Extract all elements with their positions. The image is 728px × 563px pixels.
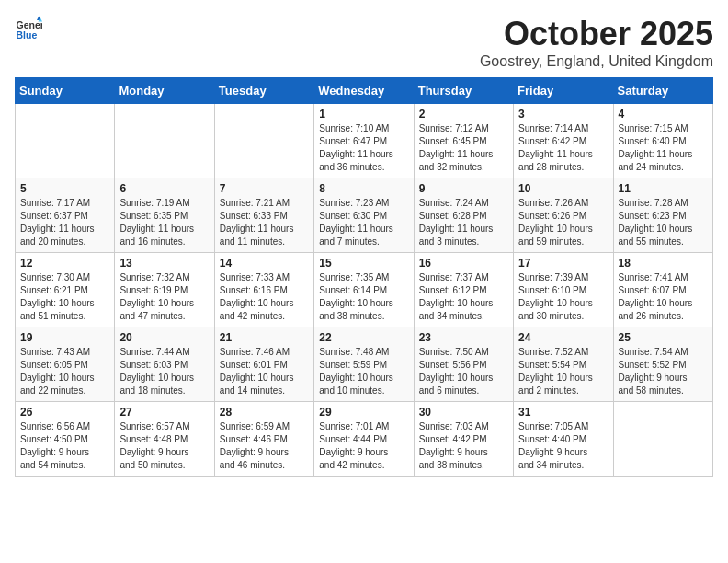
month-title: October 2025 — [480, 15, 713, 53]
day-header-saturday: Saturday — [613, 78, 712, 104]
day-number: 7 — [220, 182, 309, 195]
calendar-cell: 23Sunrise: 7:50 AM Sunset: 5:56 PM Dayli… — [414, 327, 513, 402]
calendar-cell: 19Sunrise: 7:43 AM Sunset: 6:05 PM Dayli… — [16, 327, 115, 402]
day-header-tuesday: Tuesday — [214, 78, 313, 104]
calendar-cell: 30Sunrise: 7:03 AM Sunset: 4:42 PM Dayli… — [414, 402, 513, 477]
day-number: 16 — [419, 257, 508, 270]
calendar-cell — [214, 104, 313, 178]
day-header-friday: Friday — [514, 78, 613, 104]
day-number: 6 — [119, 182, 209, 195]
day-info: Sunrise: 7:37 AM Sunset: 6:12 PM Dayligh… — [419, 271, 508, 323]
day-number: 14 — [220, 257, 309, 270]
location-title: Goostrey, England, United Kingdom — [480, 53, 713, 70]
day-info: Sunrise: 7:46 AM Sunset: 6:01 PM Dayligh… — [220, 346, 309, 397]
calendar-cell: 17Sunrise: 7:39 AM Sunset: 6:10 PM Dayli… — [514, 253, 613, 327]
day-info: Sunrise: 7:17 AM Sunset: 6:37 PM Dayligh… — [20, 197, 109, 248]
day-info: Sunrise: 7:48 AM Sunset: 5:59 PM Dayligh… — [319, 346, 408, 397]
calendar-cell: 5Sunrise: 7:17 AM Sunset: 6:37 PM Daylig… — [16, 178, 115, 253]
day-info: Sunrise: 7:43 AM Sunset: 6:05 PM Dayligh… — [20, 346, 109, 397]
day-info: Sunrise: 7:39 AM Sunset: 6:10 PM Dayligh… — [518, 271, 608, 323]
day-info: Sunrise: 6:57 AM Sunset: 4:48 PM Dayligh… — [119, 420, 209, 472]
day-info: Sunrise: 6:59 AM Sunset: 4:46 PM Dayligh… — [220, 420, 309, 472]
calendar-cell: 28Sunrise: 6:59 AM Sunset: 4:46 PM Dayli… — [214, 402, 313, 477]
day-info: Sunrise: 7:52 AM Sunset: 5:54 PM Dayligh… — [518, 346, 608, 397]
day-number: 22 — [319, 331, 408, 344]
week-row-2: 5Sunrise: 7:17 AM Sunset: 6:37 PM Daylig… — [16, 178, 713, 253]
calendar-cell: 10Sunrise: 7:26 AM Sunset: 6:26 PM Dayli… — [514, 178, 613, 253]
day-number: 31 — [518, 406, 608, 419]
day-number: 4 — [619, 108, 708, 121]
calendar-cell: 26Sunrise: 6:56 AM Sunset: 4:50 PM Dayli… — [16, 402, 115, 477]
calendar-cell: 24Sunrise: 7:52 AM Sunset: 5:54 PM Dayli… — [514, 327, 613, 402]
calendar-cell: 27Sunrise: 6:57 AM Sunset: 4:48 PM Dayli… — [115, 402, 214, 477]
day-info: Sunrise: 7:28 AM Sunset: 6:23 PM Dayligh… — [619, 197, 708, 248]
week-row-3: 12Sunrise: 7:30 AM Sunset: 6:21 PM Dayli… — [16, 253, 713, 327]
week-row-4: 19Sunrise: 7:43 AM Sunset: 6:05 PM Dayli… — [16, 327, 713, 402]
calendar-cell: 29Sunrise: 7:01 AM Sunset: 4:44 PM Dayli… — [314, 402, 414, 477]
day-number: 2 — [419, 108, 508, 121]
calendar-cell: 1Sunrise: 7:10 AM Sunset: 6:47 PM Daylig… — [314, 104, 414, 178]
day-info: Sunrise: 7:14 AM Sunset: 6:42 PM Dayligh… — [518, 122, 608, 174]
day-number: 18 — [619, 257, 708, 270]
day-number: 25 — [619, 331, 708, 344]
day-info: Sunrise: 6:56 AM Sunset: 4:50 PM Dayligh… — [20, 420, 109, 472]
day-number: 5 — [20, 182, 109, 195]
calendar-cell: 25Sunrise: 7:54 AM Sunset: 5:52 PM Dayli… — [613, 327, 712, 402]
day-header-sunday: Sunday — [16, 78, 115, 104]
calendar-cell: 12Sunrise: 7:30 AM Sunset: 6:21 PM Dayli… — [16, 253, 115, 327]
days-header-row: SundayMondayTuesdayWednesdayThursdayFrid… — [16, 78, 713, 104]
title-area: October 2025 Goostrey, England, United K… — [480, 15, 713, 70]
calendar-table: SundayMondayTuesdayWednesdayThursdayFrid… — [15, 77, 713, 477]
day-number: 3 — [518, 108, 608, 121]
day-header-monday: Monday — [115, 78, 214, 104]
day-info: Sunrise: 7:15 AM Sunset: 6:40 PM Dayligh… — [619, 122, 708, 174]
day-number: 24 — [518, 331, 608, 344]
calendar-cell: 6Sunrise: 7:19 AM Sunset: 6:35 PM Daylig… — [115, 178, 214, 253]
week-row-1: 1Sunrise: 7:10 AM Sunset: 6:47 PM Daylig… — [16, 104, 713, 178]
calendar-cell — [613, 402, 712, 477]
week-row-5: 26Sunrise: 6:56 AM Sunset: 4:50 PM Dayli… — [16, 402, 713, 477]
day-number: 23 — [419, 331, 508, 344]
calendar-cell: 16Sunrise: 7:37 AM Sunset: 6:12 PM Dayli… — [414, 253, 513, 327]
day-number: 8 — [319, 182, 408, 195]
day-number: 28 — [220, 406, 309, 419]
calendar-cell: 7Sunrise: 7:21 AM Sunset: 6:33 PM Daylig… — [214, 178, 313, 253]
calendar-cell: 18Sunrise: 7:41 AM Sunset: 6:07 PM Dayli… — [613, 253, 712, 327]
calendar-cell: 9Sunrise: 7:24 AM Sunset: 6:28 PM Daylig… — [414, 178, 513, 253]
day-number: 29 — [319, 406, 408, 419]
day-info: Sunrise: 7:24 AM Sunset: 6:28 PM Dayligh… — [419, 197, 508, 248]
day-number: 13 — [119, 257, 209, 270]
day-info: Sunrise: 7:54 AM Sunset: 5:52 PM Dayligh… — [619, 346, 708, 397]
day-info: Sunrise: 7:30 AM Sunset: 6:21 PM Dayligh… — [20, 271, 109, 323]
calendar-cell: 13Sunrise: 7:32 AM Sunset: 6:19 PM Dayli… — [115, 253, 214, 327]
calendar-cell: 22Sunrise: 7:48 AM Sunset: 5:59 PM Dayli… — [314, 327, 414, 402]
calendar-cell: 21Sunrise: 7:46 AM Sunset: 6:01 PM Dayli… — [214, 327, 313, 402]
day-number: 15 — [319, 257, 408, 270]
calendar-cell: 31Sunrise: 7:05 AM Sunset: 4:40 PM Dayli… — [514, 402, 613, 477]
day-number: 9 — [419, 182, 508, 195]
day-info: Sunrise: 7:33 AM Sunset: 6:16 PM Dayligh… — [220, 271, 309, 323]
day-number: 19 — [20, 331, 109, 344]
day-header-thursday: Thursday — [414, 78, 513, 104]
logo-icon: General Blue — [15, 15, 42, 42]
page-header: General Blue October 2025 Goostrey, Engl… — [15, 15, 713, 70]
day-number: 27 — [119, 406, 209, 419]
calendar-cell: 11Sunrise: 7:28 AM Sunset: 6:23 PM Dayli… — [613, 178, 712, 253]
day-info: Sunrise: 7:44 AM Sunset: 6:03 PM Dayligh… — [119, 346, 209, 397]
day-info: Sunrise: 7:03 AM Sunset: 4:42 PM Dayligh… — [419, 420, 508, 472]
day-number: 30 — [419, 406, 508, 419]
day-info: Sunrise: 7:10 AM Sunset: 6:47 PM Dayligh… — [319, 122, 408, 174]
calendar-cell: 14Sunrise: 7:33 AM Sunset: 6:16 PM Dayli… — [214, 253, 313, 327]
calendar-cell: 20Sunrise: 7:44 AM Sunset: 6:03 PM Dayli… — [115, 327, 214, 402]
day-number: 12 — [20, 257, 109, 270]
calendar-cell: 8Sunrise: 7:23 AM Sunset: 6:30 PM Daylig… — [314, 178, 414, 253]
logo: General Blue — [15, 15, 42, 42]
day-info: Sunrise: 7:05 AM Sunset: 4:40 PM Dayligh… — [518, 420, 608, 472]
day-info: Sunrise: 7:23 AM Sunset: 6:30 PM Dayligh… — [319, 197, 408, 248]
calendar-cell: 4Sunrise: 7:15 AM Sunset: 6:40 PM Daylig… — [613, 104, 712, 178]
day-info: Sunrise: 7:19 AM Sunset: 6:35 PM Dayligh… — [119, 197, 209, 248]
day-info: Sunrise: 7:32 AM Sunset: 6:19 PM Dayligh… — [119, 271, 209, 323]
day-number: 17 — [518, 257, 608, 270]
day-info: Sunrise: 7:01 AM Sunset: 4:44 PM Dayligh… — [319, 420, 408, 472]
day-info: Sunrise: 7:50 AM Sunset: 5:56 PM Dayligh… — [419, 346, 508, 397]
